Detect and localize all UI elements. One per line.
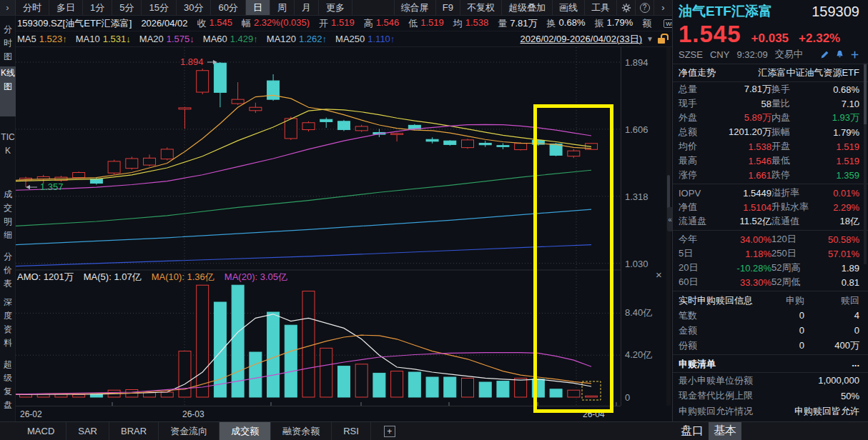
panel-scrollbar-thumb[interactable] [864, 64, 867, 124]
period-tab-多日[interactable]: 多日 [49, 0, 83, 15]
sidebar-item-分价表[interactable]: 分价表 [0, 250, 16, 287]
chart-canvas: 1.8941.357 [16, 47, 621, 406]
period-tab-周[interactable]: 周 [270, 0, 295, 15]
kline-chart[interactable]: 1.8941.357 [16, 47, 621, 406]
indicator-tab-融资余额[interactable]: 融资余额 [271, 422, 332, 440]
period-tab-15分[interactable]: 15分 [142, 0, 176, 15]
tool-F9[interactable]: F9 [435, 0, 460, 15]
indicator-tab-RSI[interactable]: RSI [332, 422, 371, 440]
subscribe-list-header[interactable]: 申赎清单 ... [673, 356, 868, 373]
rt-row-金额: 金额00 [673, 323, 868, 338]
add-indicator-icon[interactable]: + [384, 426, 395, 437]
period-tab-1分[interactable]: 1分 [83, 0, 112, 15]
rt-subscribe-header: 实时申购赎回信息 申购 赎回 [673, 293, 868, 308]
tool-画线[interactable]: 画线 [552, 0, 584, 15]
quote-time: 9:32:09 [736, 49, 767, 60]
tool-超级叠加[interactable]: 超级叠加 [501, 0, 552, 15]
quote-row: 总额1201.20万振幅1.79% [673, 125, 868, 139]
quote-field-振: 振1.79% [594, 17, 633, 30]
edit-icon[interactable] [820, 50, 829, 59]
quote-field-开: 开1.519 [319, 17, 355, 30]
ma-field-MA120: MA1201.262↑ [267, 34, 327, 44]
quote-row: 最高1.546最低1.519 [673, 154, 868, 168]
toolbar-tools: 综合屏F9不复权超级叠加画线工具 ? › [394, 0, 672, 15]
volume-tick: 4.20亿 [625, 349, 652, 361]
amo-label: AMO: 1201万 [17, 271, 74, 284]
currency-label: CNY [710, 49, 729, 60]
quote-field-量: 量7.81万 [498, 17, 537, 30]
indicator-tab-MACD[interactable]: MACD [16, 422, 66, 440]
period-tab-60分[interactable]: 60分 [211, 0, 245, 15]
tool-不复权[interactable]: 不复权 [460, 0, 501, 15]
period-tab-5分[interactable]: 5分 [112, 0, 142, 15]
period-tabs: 分时多日1分5分15分30分60分日周月更多 [16, 0, 352, 15]
quote-row: 总量7.81万换手0.68% [673, 82, 868, 96]
price-tick: 1.318 [625, 191, 648, 201]
toolbar-more-icon[interactable]: › [654, 0, 672, 15]
add-watch-icon[interactable] [850, 50, 859, 59]
exchange-label: SZSE [679, 49, 703, 60]
price-tick: 1.030 [625, 258, 648, 269]
price-axis: 1.8941.6061.3181.030 8.40亿4.20亿0 × [621, 47, 672, 406]
sidebar-item-分时图[interactable]: 分时图 [0, 23, 16, 64]
indicator-tab-成交额[interactable]: 成交额 [220, 422, 271, 440]
svg-text:1.894: 1.894 [180, 56, 204, 67]
chevron-down-icon[interactable]: ▼ [646, 35, 654, 43]
close-indicator-icon[interactable]: × [656, 270, 662, 280]
volume-tick: 8.40亿 [625, 306, 652, 319]
quote-panel: 油气ETF汇添富 159309 1.545 +0.035 +2.32% SZSE… [672, 0, 868, 440]
more-ellipsis-icon[interactable]: ... [852, 358, 859, 371]
time-tick-26-04: 26-04 [583, 409, 605, 419]
indicator-tab-bar: MACDSARBRAR资金流向成交额融资余额RSI + [0, 421, 672, 440]
sidebar-item-超级复盘[interactable]: 超级复盘 [0, 358, 16, 408]
period-tab-日[interactable]: 日 [246, 0, 270, 15]
ma-field-MA20: MA201.575↓ [139, 34, 194, 44]
rt-subscribe-rows: 笔数04金额00份额0400万 [673, 308, 868, 353]
sidebar-item-深度资料[interactable]: 深度资料 [0, 296, 16, 344]
performance-rows: 今年34.00%120日50.58%5日1.18%250日57.01%20日-1… [673, 232, 868, 289]
svg-text:1.357: 1.357 [40, 181, 64, 192]
sidebar-item-TICK[interactable]: TICK [0, 131, 16, 175]
etf-row: IOPV1.5449溢折率0.01% [673, 186, 868, 200]
ma-strip: MA51.523↑MA101.531↓MA201.575↓MA601.429↑M… [0, 31, 672, 47]
sidebar-item-成交明细[interactable]: 成交明细 [0, 188, 16, 239]
period-tab-30分[interactable]: 30分 [177, 0, 211, 15]
stock-code: 159309 [812, 4, 859, 20]
sidebar-item-K线图[interactable]: K线图 [0, 66, 16, 116]
ma-field-MA250: MA2501.110↑ [335, 34, 395, 44]
main-toolbar: › 分时多日1分5分15分30分60分日周月更多 综合屏F9不复权超级叠加画线工… [0, 0, 672, 16]
tool-工具[interactable]: 工具 [584, 0, 616, 15]
perf-row: 今年34.00%120日50.58% [673, 232, 868, 246]
amo-ma5-label: MA(5): 1.07亿 [84, 271, 142, 284]
ma-field-MA5: MA51.523↑ [17, 34, 67, 44]
collapse-sidebar-icon[interactable]: › [0, 0, 16, 15]
indicator-tab-BRAR[interactable]: BRAR [109, 422, 159, 440]
quote-field-高: 高1.546 [364, 17, 400, 30]
perf-row: 5日1.18%250日57.01% [673, 246, 868, 261]
price-tick: 1.894 [625, 57, 648, 68]
panel-tab-基本[interactable]: 基本 [709, 422, 741, 440]
unlock-icon[interactable] [658, 38, 665, 44]
nav-trend-label[interactable]: 净值走势 [679, 66, 716, 79]
period-tab-更多[interactable]: 更多 [319, 0, 352, 15]
panel-tab-盘口[interactable]: 盘口 [676, 422, 709, 440]
indicator-tab-SAR[interactable]: SAR [66, 422, 109, 440]
indicator-tab-资金流向[interactable]: 资金流向 [159, 422, 220, 440]
period-tab-月[interactable]: 月 [295, 0, 319, 15]
quote-row: 涨停1.661跌停1.359 [673, 168, 868, 182]
quote-field-幅: 幅2.32%(0.035) [242, 17, 310, 30]
quote-fields: 收1.545幅2.32%(0.035)开1.519高1.546低1.519均1.… [197, 17, 654, 30]
tool-综合屏[interactable]: 综合屏 [394, 0, 435, 15]
gear-icon[interactable] [616, 0, 635, 15]
time-axis: 26-0226-0326-04 [16, 406, 621, 421]
quote-row: 外盘5.89万内盘1.93万 [673, 111, 868, 125]
quote-field-换: 换0.68% [547, 17, 586, 30]
list-row-现金替代比例上限: 现金替代比例上限50% [673, 389, 868, 404]
help-icon[interactable]: ? [635, 0, 654, 15]
quote-row: 现手58量比7.10 [673, 96, 868, 111]
period-tab-分时[interactable]: 分时 [16, 0, 49, 15]
trading-status: 交易中 [775, 48, 803, 61]
bell-icon[interactable] [835, 50, 844, 59]
price-change: +0.035 [751, 31, 789, 46]
date-range-control[interactable]: 2026/02/09-2026/04/02(33日) ▼ [521, 33, 665, 46]
